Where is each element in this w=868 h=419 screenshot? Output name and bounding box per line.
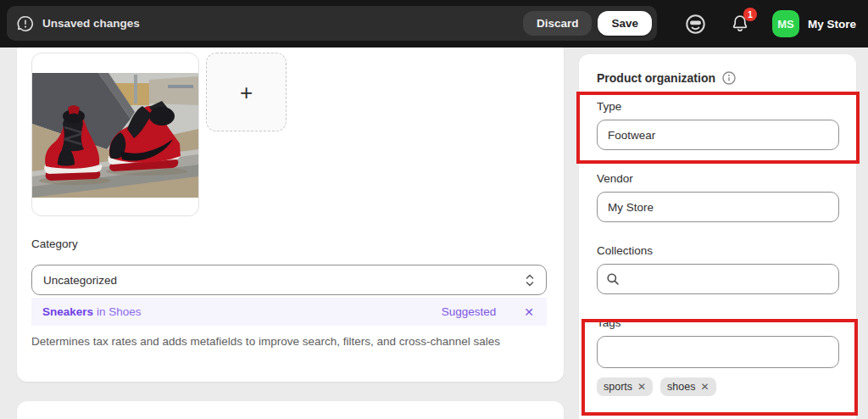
product-organization-title: Product organization	[597, 71, 715, 85]
suggestion-context: in Shoes	[97, 305, 142, 318]
category-select-value: Uncategorized	[43, 274, 524, 287]
sneakers-photo	[32, 73, 198, 198]
category-label: Category	[31, 237, 78, 250]
tag-remove-icon[interactable]: ✕	[637, 381, 646, 393]
search-icon	[606, 272, 620, 286]
tag-pill-label: sports	[604, 381, 632, 393]
notification-badge: 1	[743, 8, 757, 21]
suggestion-category-link[interactable]: Sneakers	[42, 305, 93, 318]
media-thumbnail[interactable]	[31, 53, 199, 216]
unsaved-changes-bar: Unsaved changes Discard Save	[7, 6, 657, 41]
vendor-input[interactable]	[597, 192, 839, 222]
save-button[interactable]: Save	[598, 11, 652, 36]
collections-search-input[interactable]	[597, 264, 839, 294]
category-select[interactable]: Uncategorized	[31, 265, 547, 295]
avatar[interactable]: MS	[772, 10, 799, 37]
discard-button[interactable]: Discard	[523, 11, 593, 36]
alert-circle-icon	[17, 15, 34, 32]
sidekick-icon[interactable]	[684, 13, 707, 36]
chevron-up-down-icon	[524, 273, 536, 288]
tag-remove-icon[interactable]: ✕	[700, 381, 709, 393]
type-label: Type	[597, 100, 839, 113]
plus-icon: +	[240, 81, 253, 103]
category-suggestion-row: Sneakers in Shoes Suggested ✕	[31, 298, 547, 326]
top-bar: Unsaved changes Discard Save 1 MS My Sto…	[0, 0, 868, 47]
unsaved-changes-label: Unsaved changes	[42, 17, 140, 30]
tag-pill-row: sports ✕ shoes ✕	[597, 377, 839, 396]
shopify-product-page: + Category Uncategorized Sneakers in Sho…	[0, 0, 868, 419]
product-organization-card: Product organization Type Vendor Collect…	[579, 54, 856, 419]
notifications-button[interactable]: 1	[730, 14, 750, 34]
tag-pill: shoes ✕	[660, 377, 715, 396]
type-input[interactable]	[597, 120, 839, 150]
vendor-label: Vendor	[597, 172, 839, 185]
tag-pill: sports ✕	[597, 377, 653, 396]
collections-label: Collections	[597, 244, 839, 257]
store-name[interactable]: My Store	[808, 18, 856, 31]
suggested-badge: Suggested	[442, 305, 497, 318]
suggestion-close-icon[interactable]: ✕	[524, 305, 534, 319]
category-help-text: Determines tax rates and adds metafields…	[31, 333, 552, 350]
next-section-card	[17, 401, 564, 419]
tags-input[interactable]	[597, 336, 839, 368]
info-icon[interactable]	[722, 71, 736, 85]
tags-label: Tags	[597, 316, 839, 329]
product-card: + Category Uncategorized Sneakers in Sho…	[17, 41, 564, 382]
tag-pill-label: shoes	[667, 381, 695, 393]
add-media-button[interactable]: +	[206, 53, 287, 131]
